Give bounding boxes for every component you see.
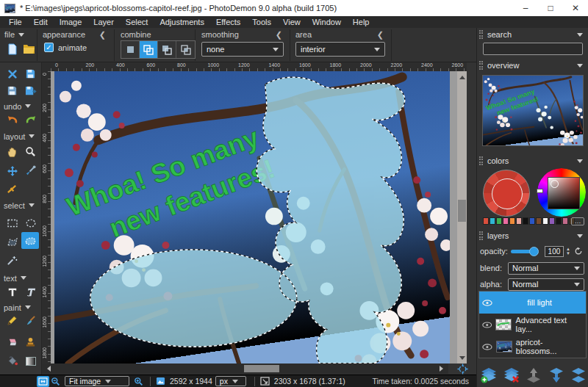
palette-swatch[interactable] bbox=[496, 217, 502, 225]
pencil-tool-button[interactable] bbox=[4, 313, 21, 328]
paintbrush-tool-button[interactable] bbox=[22, 313, 39, 328]
collapse-left-icon[interactable]: ❮ bbox=[276, 30, 282, 40]
undo-button[interactable] bbox=[4, 112, 21, 128]
horizontal-scrollbar[interactable] bbox=[42, 364, 448, 374]
drag-handle-icon[interactable] bbox=[479, 30, 483, 39]
overview-panel-header[interactable]: overview bbox=[477, 59, 588, 72]
magic-wand-button[interactable] bbox=[4, 253, 21, 268]
gradient-tool-button[interactable] bbox=[22, 353, 39, 369]
reset-opacity-icon[interactable] bbox=[574, 247, 583, 256]
combine-intersect-button[interactable] bbox=[176, 41, 195, 58]
palette-swatch[interactable] bbox=[523, 217, 528, 225]
rect-select-button[interactable] bbox=[4, 215, 21, 231]
menu-item-layer[interactable]: Layer bbox=[87, 18, 120, 26]
combine-subtract-button[interactable] bbox=[158, 41, 176, 58]
menu-item-edit[interactable]: Edit bbox=[28, 18, 54, 26]
search-input[interactable] bbox=[483, 43, 583, 55]
smoothing-dropdown[interactable]: none bbox=[201, 42, 284, 57]
drag-handle-icon[interactable] bbox=[479, 156, 483, 165]
add-layer-button[interactable] bbox=[480, 367, 498, 383]
layer-row-photo[interactable]: apricot-blossoms... bbox=[479, 336, 586, 358]
layer-order-button[interactable] bbox=[570, 367, 587, 383]
menu-item-view[interactable]: View bbox=[277, 18, 306, 26]
paint-section-header[interactable]: paint bbox=[4, 303, 31, 312]
eraser-tool-button[interactable] bbox=[4, 334, 21, 350]
hue-marker[interactable] bbox=[537, 189, 543, 193]
maximize-button[interactable]: □ bbox=[538, 0, 563, 16]
scroll-right-icon[interactable] bbox=[440, 366, 446, 372]
eye-icon[interactable] bbox=[482, 344, 492, 350]
palette-swatch[interactable] bbox=[516, 217, 522, 225]
menu-item-tools[interactable]: Tools bbox=[246, 18, 277, 26]
saturation-selector[interactable] bbox=[551, 180, 559, 188]
unit-dropdown[interactable]: px bbox=[215, 376, 246, 386]
scroll-up-icon[interactable] bbox=[457, 71, 467, 80]
chevron-down-icon[interactable] bbox=[18, 33, 24, 40]
opacity-value[interactable]: 100 bbox=[545, 246, 564, 257]
horizontal-scroll-thumb[interactable] bbox=[244, 365, 279, 372]
save-copy-button[interactable] bbox=[4, 83, 21, 98]
ellipse-select-button[interactable] bbox=[22, 215, 39, 231]
drag-handle-icon[interactable] bbox=[479, 231, 483, 240]
layers-panel-header[interactable]: layers bbox=[477, 229, 588, 242]
new-image-button[interactable] bbox=[4, 41, 21, 57]
combine-replace-button[interactable] bbox=[121, 41, 140, 58]
undo-section-header[interactable]: undo bbox=[4, 101, 31, 111]
fit-image-button[interactable] bbox=[37, 376, 49, 387]
menu-item-file[interactable]: File bbox=[3, 18, 28, 26]
search-panel-header[interactable]: search bbox=[477, 28, 588, 41]
palette-swatch[interactable] bbox=[490, 217, 495, 225]
opacity-slider[interactable] bbox=[511, 250, 534, 253]
alpha-mode-dropdown[interactable]: Normal bbox=[508, 278, 584, 291]
save-as-button[interactable] bbox=[22, 83, 39, 98]
basic-text-tool-button[interactable] bbox=[4, 284, 21, 300]
vertical-scroll-thumb[interactable] bbox=[458, 200, 466, 222]
layer-row-fill-light[interactable]: fill light bbox=[479, 292, 586, 314]
blend-mode-dropdown[interactable]: Normal bbox=[508, 262, 584, 275]
canvas-viewport[interactable] bbox=[51, 71, 457, 364]
zoom-tool-button[interactable] bbox=[22, 144, 39, 159]
color-picker-button[interactable] bbox=[22, 163, 39, 178]
color-harmony-wheel[interactable] bbox=[483, 170, 530, 217]
advanced-text-tool-button[interactable] bbox=[22, 284, 39, 300]
menu-item-image[interactable]: Image bbox=[54, 18, 88, 26]
palette-swatch[interactable] bbox=[503, 217, 509, 225]
palette-swatch[interactable] bbox=[536, 217, 542, 225]
close-button[interactable]: ✕ bbox=[563, 0, 588, 16]
minimize-button[interactable]: – bbox=[513, 0, 538, 16]
scroll-left-icon[interactable] bbox=[44, 366, 51, 372]
zoom-dropdown[interactable]: Fit image bbox=[65, 376, 129, 386]
menu-item-help[interactable]: Help bbox=[347, 18, 376, 26]
zoom-out-button[interactable] bbox=[49, 376, 62, 387]
move-tool-button[interactable] bbox=[4, 163, 21, 178]
menu-item-select[interactable]: Select bbox=[120, 18, 154, 26]
image-canvas[interactable] bbox=[54, 71, 450, 364]
polygon-select-button[interactable] bbox=[4, 234, 21, 249]
zoom-in-button[interactable] bbox=[132, 376, 145, 387]
pan-canvas-button[interactable] bbox=[451, 364, 473, 375]
palette-swatch[interactable] bbox=[483, 217, 489, 225]
layout-section-header[interactable]: layout bbox=[4, 131, 35, 141]
overview-thumbnail[interactable] bbox=[482, 75, 584, 146]
eye-icon[interactable] bbox=[482, 300, 492, 306]
menu-item-adjustments[interactable]: Adjustments bbox=[154, 18, 210, 26]
palette-swatch[interactable] bbox=[542, 217, 548, 225]
measure-tool-button[interactable] bbox=[4, 181, 21, 197]
scroll-down-icon[interactable] bbox=[457, 355, 467, 364]
opacity-stepper[interactable]: ▲▼ bbox=[566, 247, 570, 256]
select-section-header[interactable]: select bbox=[4, 200, 35, 210]
pan-tool-button[interactable] bbox=[4, 144, 21, 159]
menu-item-effects[interactable]: Effects bbox=[210, 18, 246, 26]
delete-layer-button[interactable] bbox=[503, 367, 520, 383]
fill-tool-button[interactable] bbox=[4, 353, 21, 369]
colors-panel-header[interactable]: colors bbox=[477, 154, 588, 167]
clone-stamp-button[interactable] bbox=[22, 334, 39, 350]
freehand-select-button[interactable] bbox=[21, 232, 39, 249]
palette-swatch[interactable] bbox=[549, 217, 555, 225]
redo-button[interactable] bbox=[22, 112, 39, 128]
collapse-left-icon[interactable]: ❮ bbox=[377, 30, 384, 40]
palette-swatch[interactable] bbox=[529, 217, 535, 225]
palette-swatch[interactable] bbox=[562, 217, 568, 225]
move-layer-down-button[interactable] bbox=[548, 367, 565, 383]
palette-more-button[interactable]: … bbox=[571, 217, 584, 225]
